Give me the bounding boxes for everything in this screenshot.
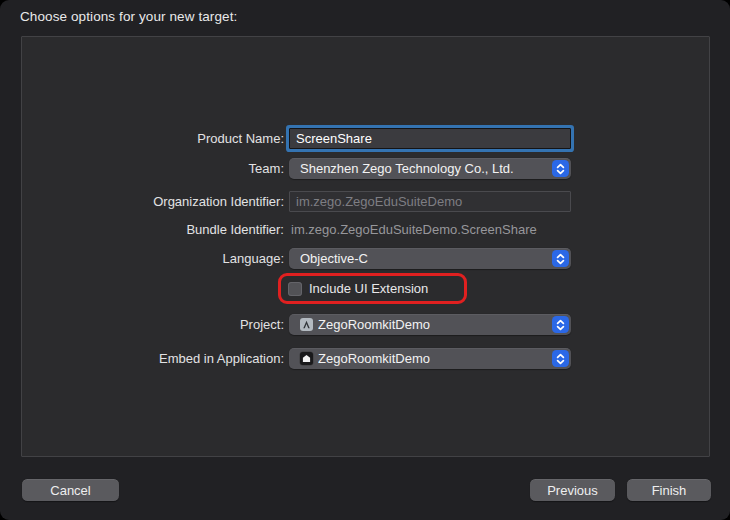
project-select[interactable]: ZegoRoomkitDemo	[289, 314, 571, 335]
project-row: Project: ZegoRoomkitDemo	[22, 314, 709, 335]
chevron-up-down-icon	[552, 250, 569, 267]
embed-in-application-label: Embed in Application:	[22, 351, 289, 366]
chevron-up-down-icon	[552, 316, 569, 333]
team-selected-value: Shenzhen Zego Technology Co., Ltd.	[300, 161, 514, 176]
bundle-identifier-row: Bundle Identifier: im.zego.ZegoEduSuiteD…	[22, 222, 709, 237]
language-select[interactable]: Objective-C	[289, 248, 571, 269]
include-ui-extension-checkbox[interactable]	[288, 282, 302, 296]
organization-identifier-input	[289, 191, 571, 212]
chevron-up-down-icon	[552, 160, 569, 177]
finish-button[interactable]: Finish	[627, 479, 711, 501]
app-target-icon	[300, 352, 313, 365]
organization-identifier-label: Organization Identifier:	[22, 194, 289, 209]
team-select[interactable]: Shenzhen Zego Technology Co., Ltd.	[289, 158, 571, 179]
dialog-title: Choose options for your new target:	[20, 9, 237, 24]
include-ui-extension-label[interactable]: Include UI Extension	[309, 281, 428, 296]
previous-button[interactable]: Previous	[530, 479, 615, 501]
language-row: Language: Objective-C	[22, 248, 709, 269]
highlight-annotation: Include UI Extension	[278, 273, 467, 304]
target-options-form: Product Name: Team: Shenzhen Zego Techno…	[22, 128, 709, 369]
product-name-label: Product Name:	[22, 131, 289, 146]
team-row: Team: Shenzhen Zego Technology Co., Ltd.	[22, 158, 709, 179]
options-panel: Product Name: Team: Shenzhen Zego Techno…	[21, 36, 710, 457]
embed-in-application-row: Embed in Application: ZegoRoomkitDemo	[22, 348, 709, 369]
team-label: Team:	[22, 161, 289, 176]
project-label: Project:	[22, 317, 289, 332]
embed-in-application-select[interactable]: ZegoRoomkitDemo	[289, 348, 571, 369]
product-name-input[interactable]	[289, 128, 571, 149]
project-selected-value: ZegoRoomkitDemo	[318, 317, 430, 332]
bundle-identifier-label: Bundle Identifier:	[22, 222, 289, 237]
language-label: Language:	[22, 251, 289, 266]
new-target-options-dialog: Choose options for your new target: Prod…	[0, 0, 730, 520]
product-name-row: Product Name:	[22, 128, 709, 149]
cancel-button[interactable]: Cancel	[22, 479, 119, 501]
chevron-up-down-icon	[552, 350, 569, 367]
bundle-identifier-value: im.zego.ZegoEduSuiteDemo.ScreenShare	[289, 222, 571, 237]
xcode-project-icon	[300, 318, 313, 331]
language-selected-value: Objective-C	[300, 251, 368, 266]
embed-in-application-selected-value: ZegoRoomkitDemo	[318, 351, 430, 366]
organization-identifier-row: Organization Identifier:	[22, 191, 709, 212]
